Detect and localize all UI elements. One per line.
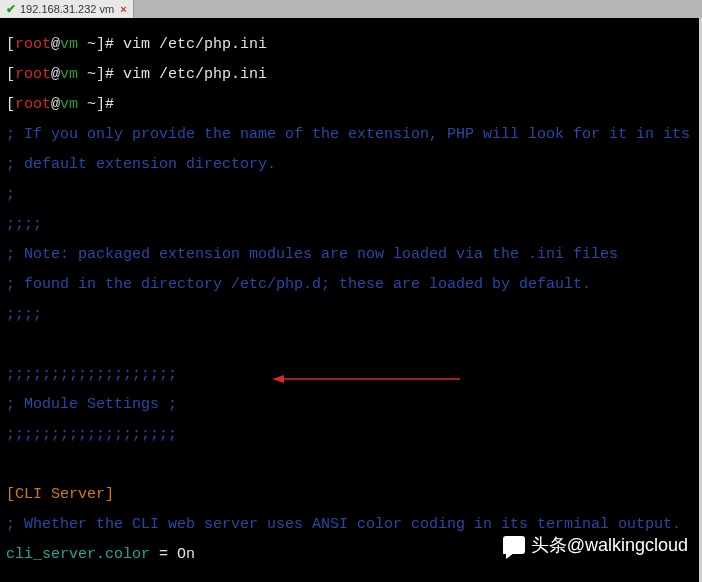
blank-line [6, 457, 696, 472]
tab-label: 192.168.31.232 vm [20, 2, 114, 17]
tab-bar: ✔ 192.168.31.232 vm × [0, 0, 702, 18]
comment-line: ; If you only provide the name of the ex… [6, 127, 696, 142]
prompt-line: [root@vm ~]# vim /etc/php.ini [6, 67, 696, 82]
comment-line: ; Module Settings ; [6, 397, 696, 412]
blank-line [6, 577, 696, 582]
blank-line [6, 337, 696, 352]
comment-line: ; default extension directory. [6, 157, 696, 172]
terminal-tab[interactable]: ✔ 192.168.31.232 vm × [0, 0, 134, 18]
section-header: [CLI Server] [6, 487, 696, 502]
comment-line: ;;;; [6, 217, 696, 232]
close-icon[interactable]: × [120, 2, 126, 17]
speech-bubble-icon [503, 536, 525, 554]
comment-line: ;;;;;;;;;;;;;;;;;;; [6, 367, 696, 382]
comment-line: ;;;;;;;;;;;;;;;;;;; [6, 427, 696, 442]
watermark-text: 头条@walkingcloud [531, 538, 688, 553]
comment-line: ; Whether the CLI web server uses ANSI c… [6, 517, 696, 532]
prompt-line: [root@vm ~]# vim /etc/php.ini [6, 37, 696, 52]
check-icon: ✔ [6, 2, 16, 17]
prompt-line: [root@vm ~]# [6, 97, 696, 112]
comment-line: ;;;; [6, 307, 696, 322]
comment-line: ; Note: packaged extension modules are n… [6, 247, 696, 262]
comment-line: ; [6, 187, 696, 202]
comment-line: ; found in the directory /etc/php.d; the… [6, 277, 696, 292]
watermark: 头条@walkingcloud [503, 536, 688, 554]
terminal-output[interactable]: [root@vm ~]# vim /etc/php.ini [root@vm ~… [0, 18, 702, 582]
